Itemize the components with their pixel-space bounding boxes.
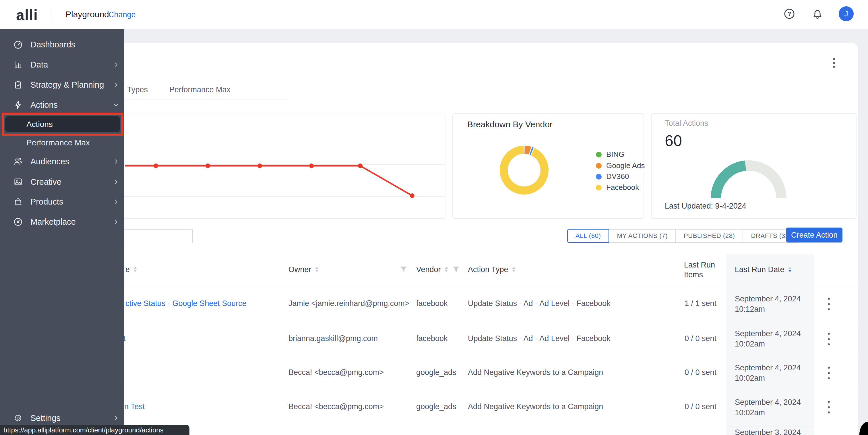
sidebar-item-marketplace[interactable]: Marketplace — [0, 213, 124, 230]
chevron-right-icon — [113, 415, 119, 422]
page-overflow-menu[interactable] — [833, 58, 835, 68]
row-overflow-menu[interactable] — [828, 367, 830, 379]
bar-chart-icon — [13, 60, 23, 69]
row-overflow-menu[interactable] — [828, 401, 830, 413]
lightning-icon — [13, 100, 23, 110]
row-divider — [17, 358, 857, 358]
vendor-filter-funnel-icon[interactable] — [453, 266, 460, 273]
sidebar-item-strategy-planning[interactable]: Strategy & Planning — [0, 76, 124, 93]
filter-my-actions-button[interactable]: MY ACTIONS (7) — [609, 229, 676, 243]
sidebar-item-creative[interactable]: Creative — [0, 173, 124, 191]
table-header-action-type[interactable]: Action Type — [468, 265, 516, 274]
row-last-run-items: 0 / 0 sent — [685, 334, 716, 343]
row-owner: brianna.gaskill@pmg.com — [288, 334, 378, 343]
table-header-last-run-items[interactable]: Last Run Items — [684, 260, 715, 280]
row-overflow-menu[interactable] — [828, 298, 830, 310]
tab-performance-max[interactable]: Performance Max — [169, 85, 230, 94]
row-last-run-date: September 3, 2024 — [735, 427, 801, 435]
filter-all-button[interactable]: ALL (60) — [567, 229, 609, 243]
sidebar-item-products[interactable]: Products — [0, 193, 124, 210]
row-owner: Becca! <becca@pmg.com> — [288, 368, 384, 377]
row-last-run-date: September 4, 202410:02am — [735, 362, 801, 383]
table-header-vendor[interactable]: Vendor — [416, 265, 460, 274]
create-action-button[interactable]: Create Action — [786, 228, 842, 242]
legend-item-google-ads[interactable]: Google Ads — [596, 161, 645, 170]
sort-icon — [315, 266, 319, 273]
legend-dot-facebook — [596, 185, 601, 191]
table-header-divider — [17, 287, 857, 287]
sidebar-item-data[interactable]: Data — [0, 56, 124, 73]
legend-item-bing[interactable]: BING — [596, 150, 625, 159]
clipboard-icon — [13, 80, 23, 90]
row-vendor: facebook — [416, 334, 448, 343]
legend-dot-dv360 — [596, 174, 601, 180]
row-divider — [17, 323, 857, 323]
change-workspace-link[interactable]: Change — [108, 10, 136, 19]
table-header-name[interactable]: e — [125, 265, 137, 274]
sidebar-subitem-label: Performance Max — [26, 138, 90, 147]
link-url-statusbar: https://app.alliplatform.com/client/play… — [0, 425, 189, 435]
sidebar-item-label: Creative — [30, 177, 61, 187]
total-actions-value: 60 — [665, 132, 682, 149]
chevron-right-icon — [113, 198, 119, 205]
row-name-link[interactable]: ctive Status - Google Sheet Source — [125, 299, 247, 308]
sort-icon — [512, 266, 516, 273]
app-screenshot: alli Playground Change ? J Types Perform… — [0, 0, 868, 435]
sidebar-item-label: Actions — [30, 100, 58, 110]
sidebar-subitem-actions-active[interactable]: Actions — [5, 116, 120, 132]
row-vendor: facebook — [416, 299, 448, 308]
filter-button-group: ALL (60) MY ACTIONS (7) PUBLISHED (28) D… — [567, 229, 799, 243]
row-name-link[interactable]: n Test — [124, 402, 145, 411]
chevron-right-icon — [113, 178, 119, 185]
vendor-card-title: Breakdown By Vendor — [467, 119, 553, 129]
notifications-bell-icon[interactable] — [811, 8, 824, 20]
row-divider — [17, 392, 857, 392]
tab-action-types[interactable]: Types — [127, 85, 148, 94]
sidebar-subitem-performance-max[interactable]: Performance Max — [0, 134, 124, 151]
sidebar-item-label: Audiences — [30, 157, 69, 166]
legend-dot-bing — [596, 152, 601, 157]
sidebar-item-label: Dashboards — [30, 40, 75, 50]
total-actions-label: Total Actions — [665, 119, 708, 128]
help-icon[interactable]: ? — [783, 8, 795, 20]
workspace-name: Playground — [65, 9, 109, 19]
row-last-run-items: 1 / 1 sent — [685, 299, 716, 308]
sidebar-item-audiences[interactable]: Audiences — [0, 153, 124, 170]
alli-logo: alli — [16, 6, 38, 24]
row-owner: Becca! <becca@pmg.com> — [288, 402, 384, 411]
row-action-type: Add Negative Keywords to a Campaign — [468, 368, 603, 377]
sort-icon — [133, 266, 137, 273]
legend-label: DV360 — [606, 172, 629, 181]
sidebar-subitem-label: Actions — [26, 120, 53, 129]
sidebar-item-label: Data — [30, 60, 48, 69]
table-header-last-run-date[interactable]: Last Run Date — [735, 265, 792, 274]
row-last-run-items: 0 / 0 sent — [685, 368, 716, 377]
legend-label: BING — [606, 150, 625, 159]
row-last-run-date: September 4, 202410:02am — [735, 328, 801, 349]
top-header-bar: alli Playground Change ? J — [0, 0, 868, 29]
owner-filter-funnel-icon[interactable] — [400, 266, 407, 273]
user-avatar[interactable]: J — [839, 6, 854, 21]
svg-text:?: ? — [787, 10, 792, 17]
legend-dot-google-ads — [596, 163, 601, 169]
sidebar-item-settings[interactable]: Settings — [0, 409, 124, 427]
table-header-owner[interactable]: Owner — [288, 265, 319, 274]
chevron-right-icon — [113, 219, 119, 225]
sidebar-item-label: Marketplace — [30, 217, 76, 227]
image-icon — [13, 177, 23, 187]
row-action-type: Update Status - Ad - Ad Level - Facebook — [468, 299, 611, 308]
row-last-run-items: 0 / 0 sent — [685, 402, 716, 411]
legend-item-facebook[interactable]: Facebook — [596, 183, 639, 192]
row-owner: Jamie <jamie.reinhard@pmg.com> — [288, 299, 409, 308]
legend-item-dv360[interactable]: DV360 — [596, 172, 629, 181]
row-overflow-menu[interactable] — [828, 333, 830, 345]
chevron-right-icon — [113, 158, 119, 165]
row-last-run-date: September 4, 202410:02am — [735, 397, 801, 418]
gauge-icon — [13, 40, 23, 50]
row-vendor: google_ads — [416, 368, 456, 377]
gear-icon — [13, 413, 23, 423]
sidebar-item-dashboards[interactable]: Dashboards — [0, 36, 124, 53]
row-action-type: Add Negative Keywords to a Campaign — [468, 402, 603, 411]
sidebar-item-actions[interactable]: Actions — [0, 96, 124, 114]
filter-published-button[interactable]: PUBLISHED (28) — [676, 229, 743, 243]
